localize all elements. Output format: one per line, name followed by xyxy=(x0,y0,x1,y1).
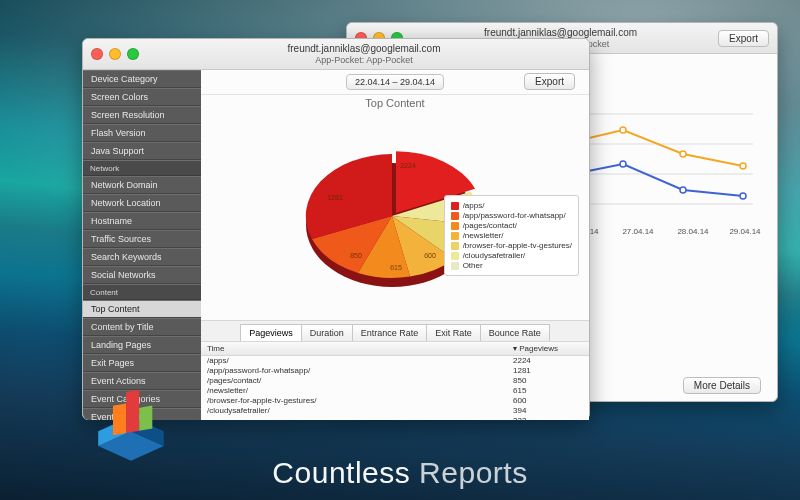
sidebar-item[interactable]: Search Keywords xyxy=(83,248,201,266)
close-icon[interactable] xyxy=(91,48,103,60)
marketing-caption: Countless Reports xyxy=(0,456,800,490)
sidebar-item[interactable]: Hostname xyxy=(83,212,201,230)
table-row[interactable]: /pages/contact/850 xyxy=(201,376,589,386)
report-main: 22.04.14 – 29.04.14 Export Top Content xyxy=(201,70,589,420)
sidebar-item[interactable]: Flash Version xyxy=(83,124,201,142)
sidebar-header: Content xyxy=(83,284,201,300)
more-details-button[interactable]: More Details xyxy=(683,377,761,394)
legend-swatch xyxy=(451,232,459,240)
table-row[interactable]: /browser-for-apple-tv-gestures/600 xyxy=(201,396,589,406)
legend-item: /pages/contact/ xyxy=(451,221,572,230)
sidebar-item[interactable]: Screen Resolution xyxy=(83,106,201,124)
desktop-wallpaper: freundt.janniklas@googlemail.com App-Poc… xyxy=(0,0,800,500)
titlebar[interactable]: freundt.janniklas@googlemail.com App-Poc… xyxy=(83,39,589,70)
legend-item: /cloudysafetrailer/ xyxy=(451,251,572,260)
sidebar-item[interactable]: Top Content xyxy=(83,300,201,318)
svg-rect-23 xyxy=(126,390,139,433)
metric-tab[interactable]: Exit Rate xyxy=(427,324,481,341)
sidebar-item[interactable]: Device Category xyxy=(83,70,201,88)
legend-item: /apps/ xyxy=(451,201,572,210)
window-title: freundt.janniklas@googlemail.com App-Poc… xyxy=(139,43,589,65)
svg-text:600: 600 xyxy=(424,252,436,259)
metric-tab[interactable]: Pageviews xyxy=(240,324,302,341)
export-button[interactable]: Export xyxy=(718,30,769,47)
legend-item: /app/password-for-whatsapp/ xyxy=(451,211,572,220)
legend-swatch xyxy=(451,222,459,230)
legend-swatch xyxy=(451,252,459,260)
traffic-lights xyxy=(91,48,139,60)
sidebar-item[interactable]: Screen Colors xyxy=(83,88,201,106)
legend-item: /newsletter/ xyxy=(451,231,572,240)
metric-tab[interactable]: Bounce Rate xyxy=(481,324,550,341)
table-row[interactable]: /app/password-for-whatsapp/1281 xyxy=(201,366,589,376)
svg-rect-22 xyxy=(113,404,126,436)
table-row[interactable]: 333 xyxy=(201,416,589,420)
table-header: Time ▾ Pageviews xyxy=(201,342,589,356)
sidebar-item[interactable]: Traffic Sources xyxy=(83,230,201,248)
x-tick: 29.04.14 xyxy=(729,227,761,236)
sidebar-item[interactable]: Network Location xyxy=(83,194,201,212)
metric-tab[interactable]: Entrance Rate xyxy=(353,324,428,341)
svg-text:1281: 1281 xyxy=(327,194,343,201)
svg-point-11 xyxy=(740,193,746,199)
zoom-icon[interactable] xyxy=(127,48,139,60)
sidebar-item[interactable]: Content by Title xyxy=(83,318,201,336)
data-table: Time ▾ Pageviews /apps/2224/app/password… xyxy=(201,341,589,420)
legend-swatch xyxy=(451,202,459,210)
sidebar-header: Network xyxy=(83,160,201,176)
legend-item: Other xyxy=(451,261,572,270)
svg-point-10 xyxy=(680,187,686,193)
sidebar-item[interactable]: Java Support xyxy=(83,142,201,160)
sidebar-item[interactable]: Exit Pages xyxy=(83,354,201,372)
svg-point-6 xyxy=(680,151,686,157)
sidebar-item[interactable]: Social Networks xyxy=(83,266,201,284)
svg-text:615: 615 xyxy=(390,264,402,271)
report-window-front: freundt.janniklas@googlemail.com App-Poc… xyxy=(82,38,590,420)
pie-legend: /apps//app/password-for-whatsapp//pages/… xyxy=(444,195,579,276)
report-toolbar: 22.04.14 – 29.04.14 Export xyxy=(201,70,589,95)
svg-point-5 xyxy=(620,127,626,133)
sidebar-item[interactable]: Network Domain xyxy=(83,176,201,194)
x-tick: 27.04.14 xyxy=(622,227,654,236)
svg-rect-24 xyxy=(139,405,152,430)
legend-swatch xyxy=(451,212,459,220)
table-row[interactable]: /apps/2224 xyxy=(201,356,589,366)
svg-text:850: 850 xyxy=(350,252,362,259)
metric-tabs: PageviewsDurationEntrance RateExit RateB… xyxy=(201,320,589,341)
legend-swatch xyxy=(451,242,459,250)
table-row[interactable]: /cloudysafetrailer/394 xyxy=(201,406,589,416)
svg-text:2224: 2224 xyxy=(400,162,416,169)
legend-item: /browser-for-apple-tv-gestures/ xyxy=(451,241,572,250)
report-sidebar: Device CategoryScreen ColorsScreen Resol… xyxy=(83,70,201,420)
svg-point-9 xyxy=(620,161,626,167)
metric-tab[interactable]: Duration xyxy=(302,324,353,341)
table-row[interactable]: /newsletter/615 xyxy=(201,386,589,396)
export-button[interactable]: Export xyxy=(524,73,575,90)
chart-title: Top Content xyxy=(201,97,589,109)
sidebar-item[interactable]: Landing Pages xyxy=(83,336,201,354)
legend-swatch xyxy=(451,262,459,270)
minimize-icon[interactable] xyxy=(109,48,121,60)
app-icon xyxy=(90,382,172,464)
svg-point-7 xyxy=(740,163,746,169)
date-range-picker[interactable]: 22.04.14 – 29.04.14 xyxy=(346,74,444,90)
x-tick: 28.04.14 xyxy=(677,227,709,236)
